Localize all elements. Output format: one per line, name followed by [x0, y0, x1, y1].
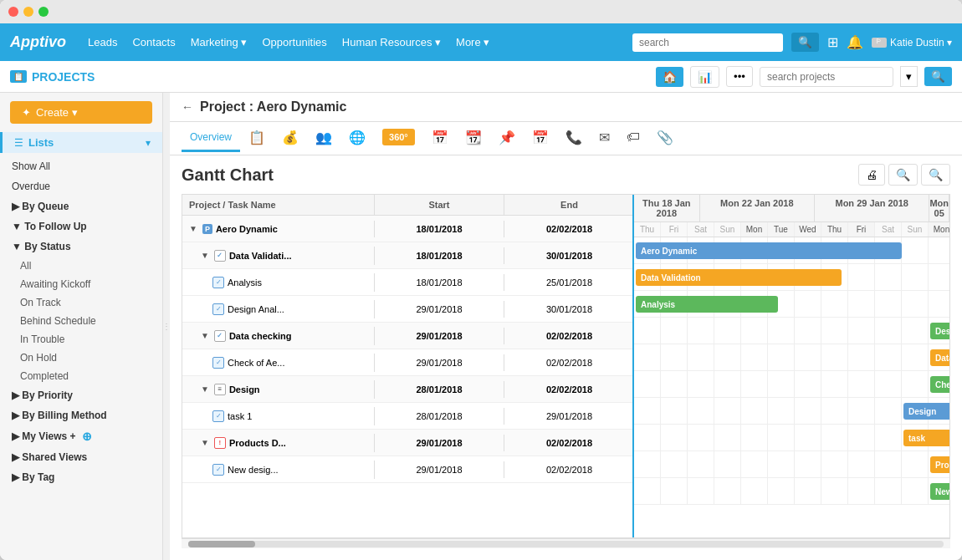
sidebar-sub-completed[interactable]: Completed	[0, 367, 162, 385]
more-options-button[interactable]: •••	[726, 66, 753, 87]
sidebar-group-by-billing[interactable]: ▶ By Billing Method	[0, 405, 162, 425]
tab-overview-label: Overview	[190, 131, 232, 143]
gantt-bar-row: Products Design	[634, 451, 949, 478]
nav-marketing[interactable]: Marketing ▾	[191, 36, 248, 48]
table-row: ▼ ! Products D... 29/01/2018 02/02/2018	[182, 430, 632, 456]
scroll-thumb[interactable]	[188, 541, 255, 547]
main-layout: ✦ Create ▾ ☰ Lists ▾ Show All Overdue ▶ …	[0, 93, 962, 560]
sidebar-sub-on-track[interactable]: On Track	[0, 293, 162, 312]
task-name-cell: ▼ P Aero Dynamic	[182, 221, 375, 237]
collapse-icon[interactable]: ▼	[201, 384, 209, 394]
collapse-icon[interactable]: ▼	[189, 224, 197, 233]
table-row: ✓ Check of Ae... 29/01/2018 02/02/2018	[182, 349, 632, 376]
start-cell: 28/01/2018	[375, 408, 504, 425]
back-button[interactable]: ←	[182, 100, 193, 114]
sidebar-group-shared-views[interactable]: ▶ Shared Views	[0, 447, 162, 467]
gantt-bar-row: Check of Aero Parts	[634, 371, 949, 398]
chart-button[interactable]: 📊	[690, 66, 719, 88]
task-name-cell: ✓ Design Anal...	[182, 300, 375, 318]
home-button[interactable]: 🏠	[656, 67, 683, 87]
project-icon: P	[202, 224, 212, 234]
sidebar-group-by-queue[interactable]: ▶ By Queue	[0, 196, 162, 216]
tab-phone-icon: 📞	[565, 130, 582, 145]
end-cell: 02/02/2018	[504, 328, 632, 344]
sidebar-resize-handle[interactable]: ⋮	[163, 93, 170, 560]
sidebar-item-overdue[interactable]: Overdue	[0, 176, 162, 196]
sidebar-sub-all[interactable]: All	[0, 257, 162, 275]
apps-icon[interactable]: ⊞	[827, 34, 838, 50]
sidebar-group-by-tag[interactable]: ▶ By Tag	[0, 467, 162, 487]
tab-list-icon: 📋	[248, 130, 265, 145]
chart-title: Gantt Chart	[182, 165, 274, 185]
table-row: ✓ task 1 28/01/2018 29/01/2018	[182, 403, 632, 430]
add-view-icon[interactable]: ⊕	[82, 430, 92, 443]
search-go-button[interactable]: 🔍	[924, 67, 952, 86]
gantt-bar: task	[903, 430, 949, 446]
tab-globe[interactable]: 🌐	[340, 123, 374, 155]
collapse-icon[interactable]: ▼	[201, 438, 209, 447]
chart-controls: 🖨 🔍 🔍	[858, 164, 950, 186]
timeline-header: Thu 18 Jan 2018 Mon 22 Jan 2018 Mon 29 J…	[634, 195, 949, 237]
tab-date[interactable]: 📅	[524, 123, 557, 155]
tab-team[interactable]: 👥	[307, 123, 340, 155]
gantt-left-panel: Project / Task Name Start End	[182, 195, 634, 537]
sidebar-sub-in-trouble[interactable]: In Trouble	[0, 330, 162, 349]
tab-overview[interactable]: Overview	[182, 125, 240, 152]
sidebar-group-by-priority[interactable]: ▶ By Priority	[0, 385, 162, 405]
sidebar-sub-on-hold[interactable]: On Hold	[0, 349, 162, 367]
day-cell: Fri	[661, 222, 688, 237]
sidebar-group-to-follow-up[interactable]: ▼ To Follow Up	[0, 216, 162, 237]
tab-pin[interactable]: 📌	[490, 123, 524, 155]
gantt-right-panel: Thu 18 Jan 2018 Mon 22 Jan 2018 Mon 29 J…	[634, 195, 949, 537]
tab-billing-icon: 💰	[282, 130, 299, 145]
global-search-button[interactable]: 🔍	[791, 33, 819, 52]
maximize-icon[interactable]	[38, 7, 49, 17]
end-cell: 25/01/2018	[504, 274, 632, 291]
nav-more[interactable]: More ▾	[456, 36, 489, 48]
timeline-day-row: Thu Fri Sat Sun Mon Tue Wed Thu Fri Sa	[634, 222, 949, 237]
nav-human-resources[interactable]: Human Resources ▾	[342, 36, 441, 48]
tab-attachment[interactable]: 📎	[648, 123, 682, 155]
print-button[interactable]: 🖨	[858, 164, 885, 186]
col-task-name: Project / Task Name	[182, 195, 375, 215]
nav-leads[interactable]: Leads	[88, 36, 117, 48]
tab-billing[interactable]: 💰	[274, 123, 307, 155]
sidebar-group-my-views[interactable]: ▶ My Views + ⊕	[0, 425, 162, 447]
sidebar-sub-behind-schedule[interactable]: Behind Schedule	[0, 312, 162, 330]
search-dropdown-button[interactable]: ▾	[900, 66, 918, 87]
global-search-input[interactable]	[632, 33, 783, 52]
tab-schedule[interactable]: 📆	[457, 123, 490, 155]
tab-calendar[interactable]: 📅	[423, 123, 457, 155]
create-button[interactable]: ✦ Create ▾	[10, 101, 152, 124]
day-cell: Fri	[848, 222, 875, 237]
sidebar-lists-header[interactable]: ☰ Lists ▾	[0, 132, 162, 153]
minimize-icon[interactable]	[23, 7, 33, 17]
tab-tag[interactable]: 🏷	[618, 123, 648, 154]
day-cell: Mon	[741, 222, 768, 237]
task-name-cell: ▼ ! Products D...	[182, 434, 375, 452]
zoom-in-button[interactable]: 🔍	[888, 164, 918, 186]
day-cell: Thu	[821, 222, 848, 237]
sidebar-group-by-status[interactable]: ▼ By Status	[0, 237, 162, 257]
subtask-icon: ✓	[212, 410, 224, 422]
create-plus-icon: ✦	[22, 106, 31, 119]
close-icon[interactable]	[8, 7, 18, 17]
tab-email[interactable]: ✉	[591, 123, 618, 155]
tab-list[interactable]: 📋	[240, 123, 274, 155]
sidebar-sub-awaiting-kickoff[interactable]: Awaiting Kickoff	[0, 275, 162, 293]
collapse-icon[interactable]: ▼	[201, 251, 209, 260]
horizontal-scrollbar[interactable]	[182, 538, 950, 548]
project-search-input[interactable]	[760, 67, 893, 87]
search-chart-button[interactable]: 🔍	[921, 164, 950, 186]
tab-360[interactable]: 360°	[374, 122, 423, 155]
nav-opportunities[interactable]: Opportunities	[262, 36, 326, 48]
tab-email-icon: ✉	[599, 130, 610, 145]
user-menu[interactable]: 🏳 Katie Dustin ▾	[872, 37, 952, 48]
sidebar-item-show-all[interactable]: Show All	[0, 156, 162, 176]
collapse-icon[interactable]: ▼	[201, 331, 209, 340]
lists-icon: ☰	[14, 137, 23, 149]
timeline-week-row: Thu 18 Jan 2018 Mon 22 Jan 2018 Mon 29 J…	[634, 195, 949, 222]
notifications-icon[interactable]: 🔔	[847, 34, 863, 50]
nav-contacts[interactable]: Contacts	[132, 36, 175, 48]
tab-phone[interactable]: 📞	[557, 123, 591, 155]
